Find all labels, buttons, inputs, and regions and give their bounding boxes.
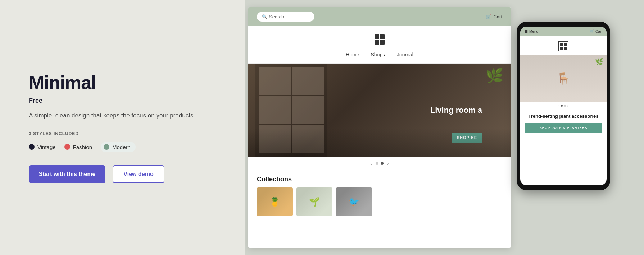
mobile-product-title: Trend-setting plant accessories [525,113,602,120]
mobile-device: ☰ Menu 🛒 Cart [517,22,610,190]
hero-dots: ‹ › [248,157,511,170]
mobile-shop-button[interactable]: SHOP POTS & PLANTERS [525,123,602,133]
hero-background: 🌿 Living room a SHOP BE [248,64,511,157]
hero-next-arrow[interactable]: › [386,161,390,166]
mobile-cart-icon: 🛒 [590,29,594,33]
style-options: Vintage Fashion Modern [29,142,216,152]
collection-pineapples[interactable]: 🍍 [257,187,293,216]
hero-plant-icon: 🌿 [486,67,504,84]
modern-label: Modern [112,144,131,150]
left-panel: Minimal Free A simple, clean design that… [0,0,245,255]
hero-dot-2[interactable] [381,162,384,165]
collections-section: Collections 🍍 🌱 🐦 [248,170,511,216]
cart-link[interactable]: 🛒 Cart [485,14,502,19]
styles-label: 3 STYLES INCLUDED [29,131,216,136]
mobile-logo-dot-4 [564,47,567,50]
collections-grid: 🍍 🌱 🐦 [257,187,502,216]
fashion-label: Fashion [73,144,92,150]
style-fashion[interactable]: Fashion [64,144,92,150]
mobile-preview-wrapper: ☰ Menu 🛒 Cart [517,22,617,194]
hamburger-icon: ☰ [525,29,528,33]
hero-prev-arrow[interactable]: ‹ [369,161,373,166]
desktop-preview: 🔍 Search 🛒 Cart Home Shop Journal [248,7,511,248]
collections-title: Collections [257,176,502,183]
hero-dot-1[interactable] [376,162,378,165]
start-theme-button[interactable]: Start with this theme [29,165,105,183]
mobile-screen: ☰ Menu 🛒 Cart [520,27,607,185]
mobile-dots: ‹ › [520,102,607,110]
right-panel: 🔍 Search 🛒 Cart Home Shop Journal [245,0,644,255]
mobile-hero-image: 🪑 [520,55,607,102]
mobile-cart-label: Cart [595,29,602,33]
mobile-menu-label: Menu [529,29,538,33]
action-buttons: Start with this theme View demo [29,165,216,183]
cart-label: Cart [493,14,502,19]
modern-dot [104,144,109,150]
nav-journal[interactable]: Journal [397,52,413,57]
theme-price: Free [29,97,216,105]
mobile-next-arrow[interactable]: › [567,104,568,108]
hero-text: Living room a [430,106,482,115]
logo-dot-2 [380,34,385,39]
logo-dot-4 [380,40,385,45]
cart-icon: 🛒 [485,14,491,19]
nav-links: Home Shop Journal [346,52,413,57]
style-modern[interactable]: Modern [101,142,136,152]
fashion-dot [64,144,70,150]
hero-table-graphic [248,128,511,157]
mobile-content: Trend-setting plant accessories SHOP POT… [520,110,607,136]
mobile-prev-arrow[interactable]: ‹ [558,104,559,108]
logo-icon [372,32,387,47]
mobile-cart-button[interactable]: 🛒 Cart [590,29,602,33]
desktop-nav: Home Shop Journal [248,26,511,64]
mobile-hero: 🪑 🌿 [520,55,607,102]
mobile-plant-icon: 🌿 [595,58,603,66]
mobile-menu-button[interactable]: ☰ Menu [525,29,538,33]
collection-bird[interactable]: 🐦 [336,187,372,216]
mobile-logo-dot-1 [560,43,563,46]
logo-dot-1 [375,34,379,39]
mobile-header: ☰ Menu 🛒 Cart [520,27,607,36]
search-icon: 🔍 [262,14,267,19]
search-bar[interactable]: 🔍 Search [257,12,314,22]
style-vintage[interactable]: Vintage [29,144,56,150]
nav-home[interactable]: Home [346,52,359,57]
desktop-header-bar: 🔍 Search 🛒 Cart [248,7,511,26]
theme-title: Minimal [29,72,216,93]
mobile-dot-2[interactable] [564,105,566,107]
search-placeholder: Search [269,14,284,19]
mobile-logo-dot-3 [560,47,563,50]
mobile-logo-dot-2 [564,43,567,46]
vintage-dot [29,144,35,150]
vintage-label: Vintage [37,144,56,150]
collection-plants[interactable]: 🌱 [296,187,332,216]
chair-icon: 🪑 [556,71,571,85]
mobile-logo [558,41,568,51]
nav-shop[interactable]: Shop [371,52,385,57]
theme-description: A simple, clean design that keeps the fo… [29,111,216,120]
logo-dot-3 [375,40,379,45]
mobile-dot-1[interactable] [561,105,563,107]
hero-section: 🌿 Living room a SHOP BE [248,64,511,157]
view-demo-button[interactable]: View demo [113,165,164,183]
